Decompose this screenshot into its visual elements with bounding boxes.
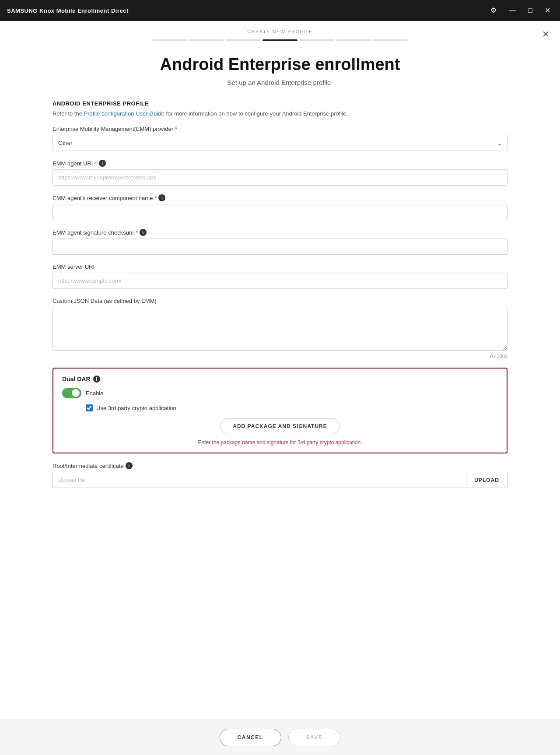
section-desc: Refer to the Profile configuration User …	[52, 109, 508, 118]
title-bar-left: SAMSUNG Knox Mobile Enrollment Direct	[7, 7, 129, 14]
emm-server-uri-input[interactable]	[52, 273, 508, 289]
custom-json-label: Custom JSON Data (as defined by EMM)	[52, 298, 508, 304]
root-cert-label: Root/Intermediate certificate i	[52, 462, 508, 469]
page-subtitle-text: Set up an Android Enterprise profile.	[228, 79, 333, 86]
app-title: SAMSUNG Knox Mobile Enrollment Direct	[7, 7, 129, 14]
page-title-area: Android Enterprise enrollment Set up an …	[0, 41, 560, 90]
maximize-button[interactable]: □	[525, 5, 535, 16]
enable-toggle[interactable]	[62, 388, 81, 398]
emm-receiver-input[interactable]	[52, 204, 508, 220]
emm-checksum-label: EMM agent signature checksum * i	[52, 229, 508, 236]
required-star-uri: *	[94, 160, 97, 167]
modal-header: CREATE NEW PROFILE ✕	[0, 21, 560, 34]
upload-button[interactable]: UPLOAD	[466, 473, 507, 488]
close-button[interactable]: ✕	[542, 5, 553, 16]
emm-receiver-info-icon[interactable]: i	[158, 194, 165, 201]
dual-dar-header: Dual DAR i	[62, 376, 498, 383]
required-star-receiver: *	[154, 195, 157, 201]
dual-dar-title: Dual DAR	[62, 376, 91, 383]
page-subtitle: Set up an Android Enterprise profile.	[10, 79, 550, 86]
section-title: ANDROID ENTERPRISE PROFILE	[52, 100, 508, 107]
emm-agent-uri-label: EMM agent URI * i	[52, 160, 508, 167]
emm-checksum-input[interactable]	[52, 239, 508, 255]
toggle-label: Enable	[86, 390, 103, 397]
dual-dar-box: Dual DAR i Enable Use 3rd party crypto a…	[52, 368, 508, 453]
emm-agent-uri-input[interactable]	[52, 169, 508, 186]
settings-button[interactable]: ⚙	[488, 5, 499, 16]
emm-checksum-group: EMM agent signature checksum * i	[52, 229, 508, 255]
emm-checksum-info-icon[interactable]: i	[140, 229, 147, 236]
toggle-row: Enable	[62, 388, 498, 398]
emm-receiver-group: EMM agent's receiver component name * i	[52, 194, 508, 220]
custom-json-group: Custom JSON Data (as defined by EMM) 0 /…	[52, 298, 508, 359]
section-desc-suffix: for more information on how to configure…	[166, 110, 348, 117]
save-button[interactable]: SAVE	[288, 729, 341, 746]
emm-provider-label: Enterprise Mobility Management(EMM) prov…	[52, 126, 508, 132]
minimize-button[interactable]: —	[506, 5, 518, 16]
title-bar: SAMSUNG Knox Mobile Enrollment Direct ⚙ …	[0, 0, 560, 21]
section-desc-prefix: Refer to the	[52, 110, 84, 117]
progress-bar	[0, 34, 560, 41]
dual-dar-error-text: Enter the package name and signature for…	[62, 439, 498, 446]
root-cert-group: Root/Intermediate certificate i Upload f…	[52, 462, 508, 488]
required-star-checksum: *	[136, 229, 138, 236]
title-bar-controls: ⚙ — □ ✕	[488, 5, 553, 16]
toggle-slider	[62, 388, 81, 398]
bottom-bar: CANCEL SAVE	[0, 720, 560, 755]
required-star: *	[175, 126, 177, 132]
emm-server-uri-label: EMM server URI	[52, 263, 508, 270]
checkbox-row: Use 3rd party crypto application	[86, 404, 498, 411]
emm-receiver-label: EMM agent's receiver component name * i	[52, 194, 508, 201]
content-area: ANDROID ENTERPRISE PROFILE Refer to the …	[0, 90, 560, 720]
cancel-button[interactable]: CANCEL	[220, 729, 281, 746]
textarea-counter: 0 / 2000	[52, 354, 508, 359]
root-cert-info-icon[interactable]: i	[126, 462, 133, 469]
emm-agent-uri-group: EMM agent URI * i	[52, 160, 508, 186]
custom-json-textarea[interactable]	[52, 307, 508, 351]
emm-provider-select-wrapper: Other MobileIron VMware AirWatch Microso…	[52, 135, 508, 151]
window: CREATE NEW PROFILE ✕ Android Enterprise …	[0, 21, 560, 755]
upload-row: Upload file UPLOAD	[52, 472, 508, 488]
emm-provider-select[interactable]: Other MobileIron VMware AirWatch Microso…	[52, 135, 508, 151]
profile-config-link[interactable]: Profile configuration User Guide	[84, 110, 164, 117]
third-party-crypto-label: Use 3rd party crypto application	[96, 405, 176, 411]
emm-provider-group: Enterprise Mobility Management(EMM) prov…	[52, 126, 508, 151]
emm-agent-uri-info-icon[interactable]: i	[99, 160, 106, 167]
add-package-button[interactable]: ADD PACKAGE AND SIGNATURE	[220, 418, 340, 434]
dual-dar-info-icon[interactable]: i	[93, 376, 100, 383]
upload-placeholder: Upload file	[53, 472, 466, 488]
modal-close-button[interactable]: ✕	[542, 29, 550, 39]
modal-header-title: CREATE NEW PROFILE	[247, 29, 313, 34]
third-party-crypto-checkbox[interactable]	[86, 404, 93, 411]
page-title: Android Enterprise enrollment	[10, 55, 550, 74]
emm-server-uri-group: EMM server URI	[52, 263, 508, 289]
